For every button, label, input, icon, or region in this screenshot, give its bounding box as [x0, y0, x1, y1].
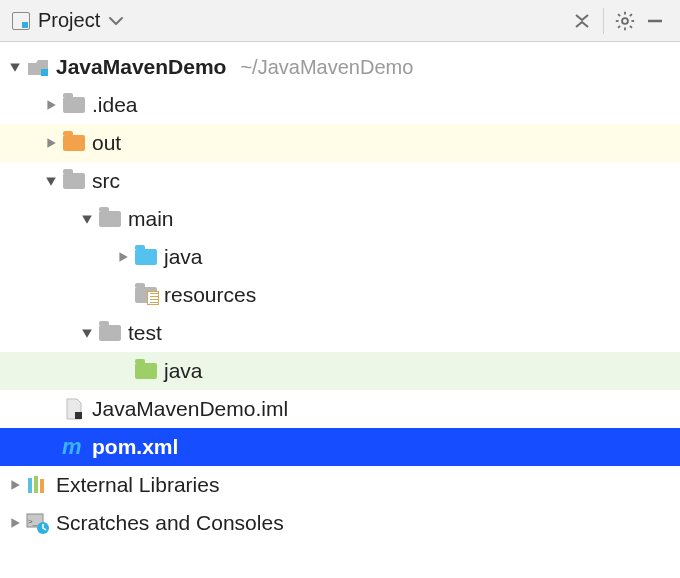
tree-node-idea[interactable]: .idea — [0, 86, 680, 124]
node-label: Scratches and Consoles — [56, 511, 284, 535]
node-path: ~/JavaMavenDemo — [240, 56, 413, 79]
expand-toggle[interactable] — [114, 248, 132, 266]
folder-icon — [60, 93, 88, 117]
expand-toggle[interactable] — [6, 58, 24, 76]
expand-toggle[interactable] — [78, 210, 96, 228]
svg-rect-15 — [40, 479, 44, 493]
scroll-from-source-icon[interactable] — [567, 6, 597, 36]
resources-folder-icon — [132, 283, 160, 307]
scratches-icon: >_ — [24, 511, 52, 535]
tree-node-resources[interactable]: resources — [0, 276, 680, 314]
project-panel-header: Project — [0, 0, 680, 42]
project-panel-icon — [12, 12, 30, 30]
expand-toggle[interactable] — [42, 134, 60, 152]
tree-node-project-root[interactable]: JavaMavenDemo ~/JavaMavenDemo — [0, 48, 680, 86]
node-label: test — [128, 321, 162, 345]
svg-point-0 — [622, 18, 628, 24]
node-label: java — [164, 245, 203, 269]
header-separator — [603, 8, 604, 34]
node-label: main — [128, 207, 174, 231]
hide-panel-icon[interactable] — [640, 6, 670, 36]
expand-toggle[interactable] — [42, 172, 60, 190]
node-label: src — [92, 169, 120, 193]
folder-icon — [96, 207, 124, 231]
node-label: out — [92, 131, 121, 155]
source-folder-icon — [132, 245, 160, 269]
svg-line-7 — [618, 25, 620, 27]
tree-node-external-libraries[interactable]: External Libraries — [0, 466, 680, 504]
tree-node-iml[interactable]: JavaMavenDemo.iml — [0, 390, 680, 428]
svg-text:>_: >_ — [28, 517, 38, 526]
node-label: resources — [164, 283, 256, 307]
node-label: JavaMavenDemo.iml — [92, 397, 288, 421]
tree-node-main-java[interactable]: java — [0, 238, 680, 276]
svg-rect-11 — [75, 412, 82, 419]
tree-node-src[interactable]: src — [0, 162, 680, 200]
folder-icon — [96, 321, 124, 345]
node-label: pom.xml — [92, 435, 178, 459]
excluded-folder-icon — [60, 131, 88, 155]
tree-node-out[interactable]: out — [0, 124, 680, 162]
libraries-icon — [24, 473, 52, 497]
expand-toggle[interactable] — [6, 476, 24, 494]
module-file-icon — [60, 397, 88, 421]
expand-toggle[interactable] — [6, 514, 24, 532]
expand-toggle[interactable] — [78, 324, 96, 342]
tree-node-scratches[interactable]: >_ Scratches and Consoles — [0, 504, 680, 542]
gear-icon[interactable] — [610, 6, 640, 36]
panel-title[interactable]: Project — [38, 9, 100, 32]
svg-rect-14 — [34, 476, 38, 493]
svg-line-5 — [618, 14, 620, 16]
svg-line-8 — [630, 14, 632, 16]
maven-file-icon: m — [60, 435, 88, 459]
svg-text:m: m — [62, 436, 82, 458]
node-label: .idea — [92, 93, 138, 117]
node-label: java — [164, 359, 203, 383]
tree-node-test-java[interactable]: java — [0, 352, 680, 390]
tree-node-test[interactable]: test — [0, 314, 680, 352]
view-mode-dropdown[interactable] — [108, 16, 124, 26]
folder-icon — [60, 169, 88, 193]
node-label: JavaMavenDemo — [56, 55, 226, 79]
svg-rect-10 — [41, 69, 48, 76]
svg-rect-13 — [28, 478, 32, 493]
svg-line-6 — [630, 25, 632, 27]
expand-toggle[interactable] — [42, 96, 60, 114]
node-label: External Libraries — [56, 473, 219, 497]
module-icon — [24, 55, 52, 79]
test-source-folder-icon — [132, 359, 160, 383]
project-tree[interactable]: JavaMavenDemo ~/JavaMavenDemo .idea out … — [0, 42, 680, 542]
tree-node-pom[interactable]: m pom.xml — [0, 428, 680, 466]
tree-node-main[interactable]: main — [0, 200, 680, 238]
